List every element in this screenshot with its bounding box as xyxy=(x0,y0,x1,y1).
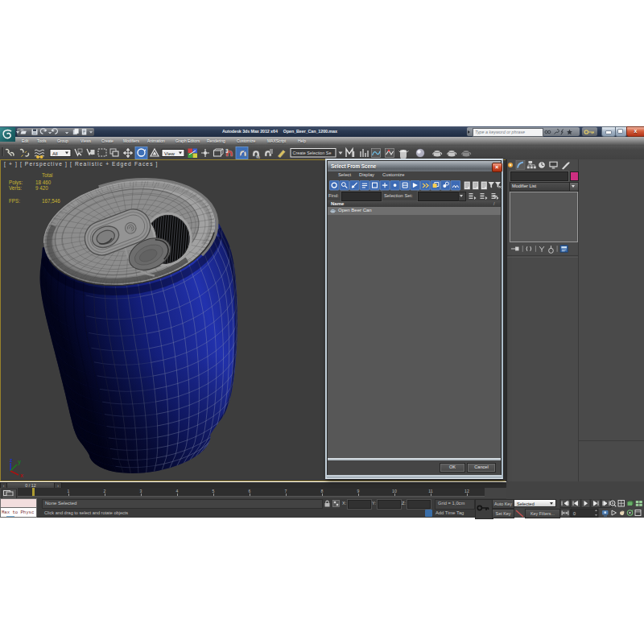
svg-text:All: All xyxy=(52,151,58,155)
svg-text:0: 0 xyxy=(573,510,576,515)
svg-text:View: View xyxy=(164,151,175,155)
svg-text:Create Selection Se: Create Selection Se xyxy=(293,150,332,155)
svg-text:3: 3 xyxy=(225,148,229,154)
